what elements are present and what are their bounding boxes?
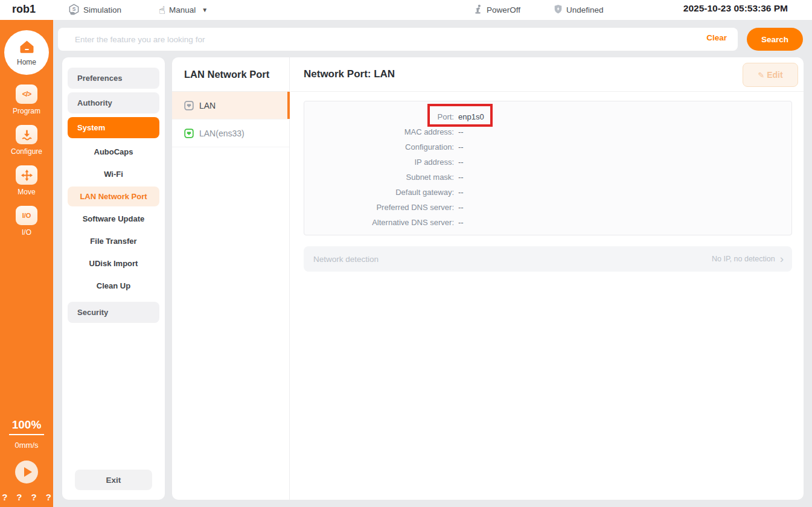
settings-menu-panel: PreferencesAuthoritySystemAuboCapsWi-FiL… xyxy=(62,57,165,500)
help-mark-4[interactable]: ? xyxy=(46,492,51,502)
exit-button[interactable]: Exit xyxy=(75,470,152,490)
port-list: LANLAN(ens33) xyxy=(172,92,289,147)
menu-item-preferences[interactable]: Preferences xyxy=(68,68,159,89)
menu-item-clean-up[interactable]: Clean Up xyxy=(68,276,159,296)
nav-label-home: Home xyxy=(17,58,36,66)
datetime-display: 2025-10-23 05:53:36 PM xyxy=(683,3,788,14)
move-arrows-icon xyxy=(16,165,37,185)
field-row-mac-address: MAC address:-- xyxy=(304,124,791,139)
sidebar-item-io[interactable]: I/O I/O xyxy=(16,206,37,237)
sidebar-item-program[interactable]: </> Program xyxy=(13,84,40,115)
port-list-column: LAN Network Port LANLAN(ens33) xyxy=(172,57,290,500)
pencil-icon: ✎ xyxy=(758,71,764,80)
field-label: Preferred DNS server: xyxy=(304,200,454,215)
power-status[interactable]: PowerOff xyxy=(473,0,520,20)
sidebar-item-configure[interactable]: Configure xyxy=(11,125,42,156)
menu-item-wi-fi[interactable]: Wi-Fi xyxy=(68,164,159,184)
edit-label: Edit xyxy=(767,70,782,80)
power-label: PowerOff xyxy=(487,5,520,14)
annotation-red-box xyxy=(427,104,493,127)
simulation-icon: S xyxy=(68,4,80,17)
detection-right: No IP, no detection › xyxy=(712,254,784,264)
hand-mode-icon: ☝ xyxy=(159,5,165,16)
field-value: -- xyxy=(458,173,464,182)
speed-percent[interactable]: 100% xyxy=(9,418,44,435)
detail-header: Network Port: LAN ✎Edit xyxy=(290,57,804,92)
simulation-label: Simulation xyxy=(83,5,121,14)
shield-icon xyxy=(554,4,563,16)
port-list-title: LAN Network Port xyxy=(172,57,289,92)
detection-status: No IP, no detection xyxy=(712,255,775,263)
field-value: -- xyxy=(458,127,464,136)
field-value: -- xyxy=(458,158,464,167)
speed-rate: 0mm/s xyxy=(15,441,39,450)
port-item-label: LAN xyxy=(199,101,216,110)
field-row-ip-address: IP address:-- xyxy=(304,155,791,170)
port-item-lan[interactable]: LAN xyxy=(172,92,289,120)
ethernet-port-icon xyxy=(184,129,194,138)
robot-name: rob1 xyxy=(12,3,36,16)
search-bar: Clear xyxy=(58,28,738,51)
menu-item-security[interactable]: Security xyxy=(68,302,159,323)
ethernet-port-icon xyxy=(184,101,194,110)
simulation-indicator[interactable]: S Simulation xyxy=(68,0,121,20)
field-row-preferred-dns-server: Preferred DNS server:-- xyxy=(304,200,791,215)
robot-power-icon xyxy=(473,4,483,16)
play-button[interactable] xyxy=(15,461,38,483)
chevron-down-icon: ▼ xyxy=(202,7,208,13)
nav-label-program: Program xyxy=(13,107,40,115)
safety-label: Undefined xyxy=(566,5,604,14)
sidebar-item-move[interactable]: Move xyxy=(16,165,37,196)
menu-item-system[interactable]: System xyxy=(68,117,159,138)
menu-item-lan-network-port[interactable]: LAN Network Port xyxy=(68,187,159,206)
play-icon xyxy=(24,467,32,477)
port-details-box: Port:enp1s0MAC address:--Configuration:-… xyxy=(304,101,792,235)
search-button[interactable]: Search xyxy=(747,28,803,51)
field-row-subnet-mask: Subnet mask:-- xyxy=(304,170,791,185)
field-value: -- xyxy=(458,142,464,151)
detail-title: Network Port: LAN xyxy=(304,68,395,80)
field-row-port: Port:enp1s0 xyxy=(304,109,791,124)
top-status-bar: rob1 S Simulation ☝ Manual ▼ PowerOff xyxy=(0,0,812,20)
field-row-default-gateway: Default gateway:-- xyxy=(304,185,791,200)
search-input[interactable] xyxy=(58,28,738,51)
field-value: -- xyxy=(458,203,464,212)
primary-sidebar: Home </> Program Configure xyxy=(0,20,53,507)
menu-item-software-update[interactable]: Software Update xyxy=(68,209,159,229)
svg-text:S: S xyxy=(72,6,76,12)
nav-label-io: I/O xyxy=(22,228,31,237)
field-label: Alternative DNS server: xyxy=(304,215,454,230)
selected-indicator-bar xyxy=(287,92,290,119)
field-label: Subnet mask: xyxy=(304,170,454,185)
help-marks-row[interactable]: ???? xyxy=(2,492,51,502)
field-row-configuration: Configuration:-- xyxy=(304,139,791,155)
port-item-lan-ens33[interactable]: LAN(ens33) xyxy=(172,120,289,147)
help-mark-3[interactable]: ? xyxy=(31,492,37,502)
port-item-label: LAN(ens33) xyxy=(199,129,245,138)
content-panel: LAN Network Port LANLAN(ens33) Network P… xyxy=(172,57,804,500)
menu-item-file-transfer[interactable]: File Transfer xyxy=(68,231,159,251)
menu-item-aubocaps[interactable]: AuboCaps xyxy=(68,142,159,162)
nav-label-configure: Configure xyxy=(11,147,42,156)
configure-icon xyxy=(16,125,37,144)
chevron-right-icon: › xyxy=(780,253,784,264)
io-icon: I/O xyxy=(16,206,37,225)
nav-label-move: Move xyxy=(18,188,35,196)
sidebar-item-home[interactable]: Home xyxy=(4,30,49,75)
edit-button[interactable]: ✎Edit xyxy=(743,63,798,87)
mode-dropdown[interactable]: ☝ Manual ▼ xyxy=(159,0,208,20)
help-mark-2[interactable]: ? xyxy=(16,492,22,502)
network-detection-row[interactable]: Network detection No IP, no detection › xyxy=(304,246,792,272)
field-label: Default gateway: xyxy=(304,185,454,200)
menu-list: PreferencesAuthoritySystemAuboCapsWi-FiL… xyxy=(62,68,165,323)
field-value: -- xyxy=(458,218,464,227)
field-value: -- xyxy=(458,188,464,197)
port-detail-column: Network Port: LAN ✎Edit Port:enp1s0MAC a… xyxy=(290,57,804,500)
help-mark-1[interactable]: ? xyxy=(2,492,7,502)
field-label: IP address: xyxy=(304,155,454,170)
clear-button[interactable]: Clear xyxy=(706,33,727,42)
sidebar-bottom-group: 100% 0mm/s ???? xyxy=(0,418,53,507)
menu-item-authority[interactable]: Authority xyxy=(68,92,159,113)
safety-status[interactable]: Undefined xyxy=(554,0,604,20)
menu-item-udisk-import[interactable]: UDisk Import xyxy=(68,253,159,273)
